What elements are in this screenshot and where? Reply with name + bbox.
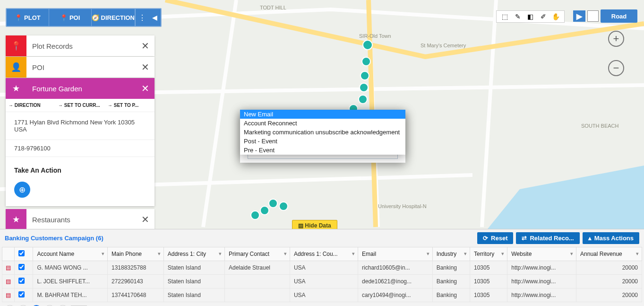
close-icon[interactable]: ✕ [136,214,155,225]
cell-industry: Banking [432,289,470,302]
col-territory[interactable]: Territory▾ [470,247,507,261]
road-layer-button[interactable]: Road [601,9,637,23]
plot-records-panel: 📍 Plot Records ✕ [6,35,155,56]
cell-phone: 2722960143 [108,275,164,289]
plot-button[interactable]: 📍PLOT [7,9,49,26]
table-row[interactable]: ▤M. BAHRAM TEH...13744170648Staten Islan… [2,289,642,302]
poi-title: POI [26,63,136,71]
draw-toolbar: ⬚ ✎ ◧ ✐ ✋ [496,10,565,23]
star-icon: ★ [6,78,26,99]
col-industry[interactable]: Industry▾ [432,247,470,261]
cell-name: M. BAHRAM TEH... [33,289,108,302]
row-action-icon[interactable]: ▤ [2,289,15,302]
edit-tool-icon[interactable]: ✐ [539,12,548,21]
filter-icon[interactable]: ▾ [352,251,355,257]
collapse-toolbar-icon[interactable]: ◀ [148,9,161,26]
refresh-icon: ⟳ [483,235,488,242]
filter-icon[interactable]: ▾ [219,251,222,257]
col-email[interactable]: Email▾ [358,247,433,261]
table-row[interactable]: ▤L. JOEL SHIFFLET...2722960143Staten Isl… [2,275,642,289]
place-title: Fortune Garden [26,85,136,93]
poi-button[interactable]: 📍POI [49,9,92,26]
pencil-tool-icon[interactable]: ✎ [513,12,523,21]
col-contact[interactable]: Primary Contact▾ [224,247,290,261]
set-current-action[interactable]: SET TO CURR... [55,99,105,112]
cell-territory: 10305 [470,275,507,289]
col-main-phone[interactable]: Main Phone▾ [108,247,164,261]
cell-city: Staten Island [163,289,224,302]
row-checkbox[interactable] [15,289,33,302]
zoom-in-button[interactable]: + [608,31,624,47]
svg-text:TODT HILL: TODT HILL [260,5,286,10]
layer-thumb-icon[interactable] [587,10,599,22]
cell-revenue: 20000 [576,289,642,302]
poi-panel: 👤 POI ✕ [6,57,155,78]
cell-country: USA [290,261,358,275]
place-card: ★ Fortune Garden ✕ DIRECTION SET TO CURR… [6,78,155,206]
svg-point-8 [361,71,369,80]
filter-icon[interactable]: ▾ [464,251,467,257]
cell-contact: Adelaide Strauel [224,261,290,275]
option-post-event[interactable]: Post - Event [240,137,405,146]
pin-icon: 📍 [15,14,22,21]
mass-actions-button[interactable]: ▴Mass Actions [583,232,639,244]
direction-button[interactable]: 🧭DIRECTION [92,9,136,26]
checkbox-col[interactable] [15,247,33,261]
filter-icon[interactable]: ▾ [501,251,504,257]
col-country[interactable]: Address 1: Cou...▾ [290,247,358,261]
related-records-button[interactable]: ⇄Related Reco... [516,232,579,244]
select-tool-icon[interactable]: ⬚ [500,12,510,21]
col-website[interactable]: Website▾ [507,247,576,261]
poi-icon: 👤 [6,57,26,78]
option-pre-event[interactable]: Pre - Event [240,146,405,155]
table-row[interactable]: ▤G. MANG WONG ...13188325788Staten Islan… [2,261,642,275]
filter-icon[interactable]: ▾ [102,251,104,257]
hand-tool-icon[interactable]: ✋ [551,12,561,21]
svg-point-13 [269,199,277,208]
cell-phone: 13744170648 [108,289,164,302]
cell-website: http://www.inogi... [507,275,576,289]
option-new-email[interactable]: New Email [240,110,405,119]
svg-point-9 [360,83,368,92]
eraser-tool-icon[interactable]: ◧ [526,12,535,21]
reset-button[interactable]: ⟳Reset [477,232,513,244]
col-revenue[interactable]: Annual Revenue▾ [576,247,642,261]
row-action-icon[interactable]: ▤ [2,275,15,289]
option-account-reconnect[interactable]: Account Reconnect [240,119,405,128]
filter-icon[interactable]: ▾ [284,251,287,257]
row-checkbox[interactable] [15,261,33,275]
close-icon[interactable]: ✕ [136,83,155,94]
cell-email: cary10494@inogi... [358,289,433,302]
direction-action[interactable]: DIRECTION [6,99,55,112]
close-icon[interactable]: ✕ [136,61,155,73]
tool-arrow-icon[interactable]: ▶ [573,10,585,22]
svg-point-14 [260,206,269,215]
filter-icon[interactable]: ▾ [427,251,429,257]
add-action-button[interactable]: ⊕ [14,182,30,198]
svg-text:SIR-Old Town: SIR-Old Town [359,33,391,39]
svg-text:St Mary's Cemetery: St Mary's Cemetery [421,43,466,48]
place-address: 1771 Hylan Blvd Richmond New York 10305 … [6,112,155,140]
col-city[interactable]: Address 1: City▾ [163,247,224,261]
swap-icon: ⇄ [522,235,527,242]
row-action-icon[interactable]: ▤ [2,261,15,275]
cell-city: Staten Island [163,261,224,275]
person-pin-icon: 📍 [60,14,68,21]
row-checkbox[interactable] [15,275,33,289]
cell-name: G. MANG WONG ... [33,261,108,275]
option-unsubscribe-ack[interactable]: Marketing communication unsubscribe ackn… [240,128,405,137]
filter-icon[interactable]: ▾ [570,251,573,257]
cell-contact [224,275,290,289]
filter-icon[interactable]: ▾ [636,251,639,257]
more-menu-icon[interactable]: ⋮ [135,9,148,26]
campaign-title[interactable]: Banking Customers Campaign (6) [5,235,474,242]
restaurants-panel: ★ Restaurants ✕ [6,209,155,230]
col-account-name[interactable]: Account Name▾ [33,247,108,261]
set-point-action[interactable]: SET TO P... [105,99,155,112]
cell-name: L. JOEL SHIFFLET... [33,275,108,289]
svg-text:University Hospital-N: University Hospital-N [378,203,427,209]
zoom-out-button[interactable]: − [608,60,624,76]
map-mode-toolbar: 📍PLOT 📍POI 🧭DIRECTION ⋮ ◀ [6,8,162,27]
filter-icon[interactable]: ▾ [158,251,161,257]
close-icon[interactable]: ✕ [136,40,155,52]
